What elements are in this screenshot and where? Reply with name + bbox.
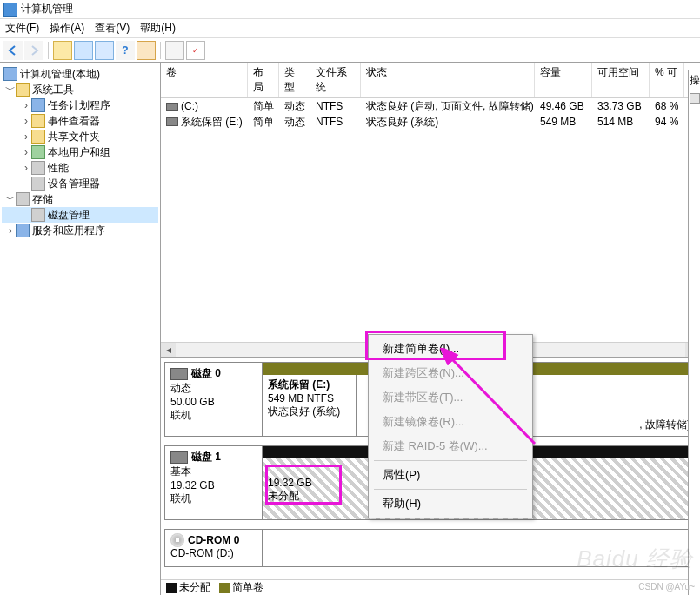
toolbar-btn-7[interactable]: ✓ [186,41,205,60]
menu-help[interactable]: 帮助(H) [140,21,176,36]
tree-root[interactable]: 计算机管理(本地) [2,66,158,82]
tree-disk-management[interactable]: 磁盘管理 [2,207,158,223]
perf-icon [31,161,45,175]
toolbar-btn-1[interactable] [53,41,72,60]
menu-view[interactable]: 查看(V) [95,21,130,36]
tree-local-users[interactable]: ›本地用户和组 [2,144,158,160]
toolbar: ? ✓ [0,38,700,63]
menu-new-simple-volume[interactable]: 新建简单卷(I)... [370,337,530,361]
volume-table-header: 卷 布局 类型 文件系统 状态 容量 可用空间 % 可 [161,63,700,98]
toolbar-btn-6[interactable] [165,41,184,60]
credit-text: CSDN @AYu~ [638,582,695,592]
tree-services-apps[interactable]: ›服务和应用程序 [2,223,158,238]
menu-file[interactable]: 文件(F) [5,21,39,36]
col-volume[interactable]: 卷 [161,63,248,97]
context-menu: 新建简单卷(I)... 新建跨区卷(N)... 新建带区卷(T)... 新建镜像… [368,334,533,518]
storage-icon [16,192,30,206]
tree-storage[interactable]: ﹀存储 [2,191,158,207]
actions-button[interactable] [690,93,700,104]
menu-properties[interactable]: 属性(P) [370,463,530,487]
expand-icon[interactable]: ﹀ [5,192,16,207]
menu-action[interactable]: 操作(A) [50,21,84,36]
toolbar-btn-3[interactable] [95,41,114,60]
col-capacity[interactable]: 容量 [535,63,592,97]
expand-icon[interactable]: ﹀ [5,83,16,97]
col-status[interactable]: 状态 [361,63,535,97]
scroll-left-icon[interactable]: ◂ [161,343,176,358]
expand-icon[interactable]: › [21,162,31,174]
partition-system-reserved[interactable]: 系统保留 (E:) 549 MB NTFS 状态良好 (系统) [263,375,357,436]
tree-performance[interactable]: ›性能 [2,160,158,176]
table-row[interactable]: 系统保留 (E:) 简单 动态 NTFS 状态良好 (系统) 549 MB 51… [161,114,700,130]
menu-new-mirrored-volume: 新建镜像卷(R)... [370,410,530,434]
col-layout[interactable]: 布局 [248,63,279,97]
menu-new-spanned-volume: 新建跨区卷(N)... [370,361,530,385]
tree-event-viewer[interactable]: ›事件查看器 [2,113,158,129]
tree-shared-folders[interactable]: ›共享文件夹 [2,129,158,144]
menu-help[interactable]: 帮助(H) [370,491,530,516]
menu-new-raid5-volume: 新建 RAID-5 卷(W)... [370,434,530,458]
services-icon [16,224,30,237]
table-row[interactable]: (C:) 简单 动态 NTFS 状态良好 (启动, 页面文件, 故障转储) 49… [161,98,700,114]
back-button[interactable] [3,41,23,60]
users-icon [31,145,45,159]
col-pct[interactable]: % 可 [650,63,684,97]
expand-icon[interactable]: › [21,99,31,111]
toolbar-btn-2[interactable] [74,41,93,60]
swatch-simple [219,583,230,593]
app-icon [3,3,17,17]
tools-icon [16,83,30,97]
disk-icon [170,451,188,464]
menubar: 文件(F) 操作(A) 查看(V) 帮助(H) [0,19,700,38]
titlebar: 计算机管理 [0,0,700,19]
nav-tree: 计算机管理(本地) ﹀系统工具 ›任务计划程序 ›事件查看器 ›共享文件夹 ›本… [0,63,161,595]
tree-system-tools[interactable]: ﹀系统工具 [2,82,158,97]
toolbar-btn-5[interactable] [137,41,156,60]
main-area: 计算机管理(本地) ﹀系统工具 ›任务计划程序 ›事件查看器 ›共享文件夹 ›本… [0,63,700,595]
legend-bar: 未分配 简单卷 [161,579,700,595]
swatch-unallocated [166,583,177,593]
disk-0-info: 磁盘 0 动态 50.00 GB 联机 [165,363,263,436]
expand-icon[interactable]: › [21,130,31,143]
scheduler-icon [31,98,45,112]
volume-icon [166,117,178,126]
col-fs[interactable]: 文件系统 [310,63,361,97]
computer-icon [3,67,17,81]
col-type[interactable]: 类型 [279,63,310,97]
events-icon [31,114,45,128]
tree-device-manager[interactable]: 设备管理器 [2,176,158,191]
expand-icon[interactable]: › [21,146,31,158]
cdrom-info: CD-ROM 0 CD-ROM (D:) [165,530,263,566]
col-free[interactable]: 可用空间 [592,63,650,97]
disk-icon [170,368,188,380]
actions-header: 操 [690,73,700,88]
volume-table-body: (C:) 简单 动态 NTFS 状态良好 (启动, 页面文件, 故障转储) 49… [161,98,700,130]
disk-1-info: 磁盘 1 基本 19.32 GB 联机 [165,446,263,519]
help-button[interactable]: ? [116,41,135,60]
cdrom-icon [170,533,184,547]
tree-task-scheduler[interactable]: ›任务计划程序 [2,97,158,113]
device-icon [31,177,45,191]
expand-icon[interactable]: › [5,224,16,237]
watermark: Baidu 经验 [577,544,693,574]
menu-new-striped-volume: 新建带区卷(T)... [370,385,530,410]
window-title: 计算机管理 [21,2,73,17]
forward-button[interactable] [24,41,43,60]
expand-icon[interactable]: › [21,115,31,127]
disk-icon [31,208,45,222]
volume-icon [166,103,178,111]
shared-icon [31,130,45,144]
actions-pane: 操 [688,70,700,595]
